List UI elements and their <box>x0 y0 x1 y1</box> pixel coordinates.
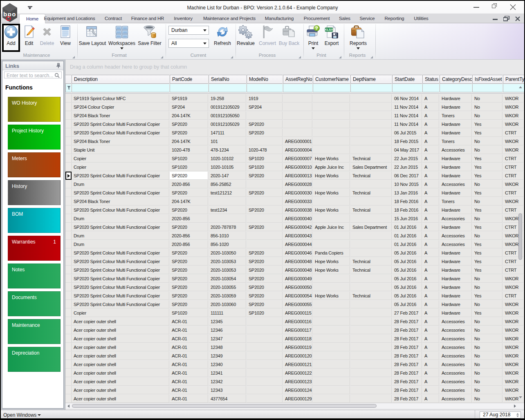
svg-text:XLSX: XLSX <box>325 28 333 31</box>
svg-text:?: ? <box>315 26 318 31</box>
